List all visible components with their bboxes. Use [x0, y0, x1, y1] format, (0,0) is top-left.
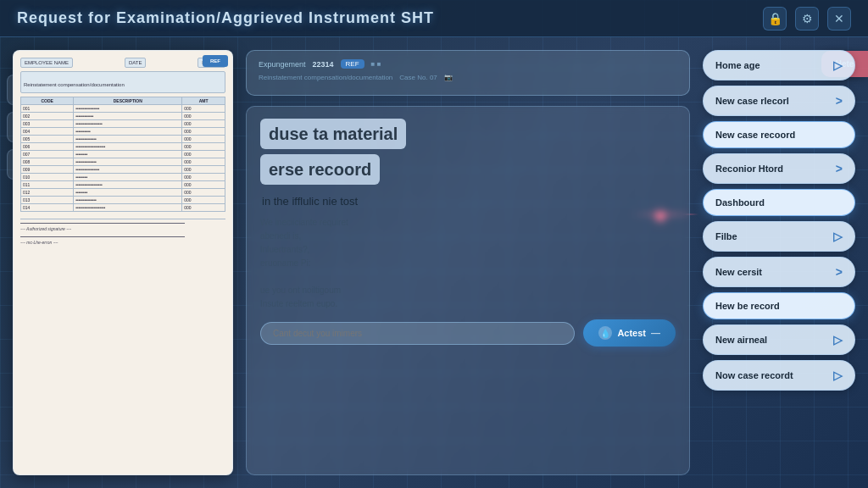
nav-item-label-4: Dashbourd — [715, 197, 765, 208]
table-row: 012 •••••••• 000 — [21, 189, 225, 197]
table-row: 013 •••••••••••••• 000 — [21, 197, 225, 204]
nav-item-label-1: New case rlecorl — [715, 96, 789, 106]
page-title: Request for Examination/Aggrieved Instru… — [17, 9, 434, 27]
nav-item-6[interactable]: New cersit> — [703, 257, 855, 287]
nav-item-9[interactable]: Now case recordt▷ — [703, 360, 855, 391]
signature-line-1 — [20, 223, 185, 224]
signature-text-2: ~~ mc-Lhe-erron ~~ — [20, 240, 225, 245]
main-content: REF EMPLOYEE NAME DATE REF NO Reinstatem… — [0, 37, 868, 488]
content-card: duse ta material erse recoord in the iff… — [246, 106, 690, 475]
form-value-1: 22314 — [313, 60, 334, 69]
nav-panel: Home age▷New case rlecorl>New case recoo… — [703, 50, 855, 475]
nav-item-arrow-5: ▷ — [833, 230, 843, 243]
content-body-2: ue you ont noiltigoum Insute reeltem eup… — [260, 284, 676, 311]
nav-item-arrow-1: > — [836, 94, 843, 108]
submit-arrow: — — [651, 328, 660, 338]
form-card-row-2: Reinstatement compensation/documentation… — [259, 74, 677, 81]
nav-item-label-7: Hew be record — [715, 301, 780, 311]
nav-item-0[interactable]: Home age▷ — [703, 50, 855, 80]
nav-item-7[interactable]: Hew be record — [703, 292, 855, 319]
doc-table-header-code: CODE — [21, 97, 74, 105]
table-row: 001 •••••••••••••••• 000 — [21, 105, 225, 113]
table-row: 009 •••••••••••••••• 000 — [21, 166, 225, 174]
content-main-title: duse ta material — [260, 119, 406, 149]
table-row: 004 •••••••••• 000 — [21, 128, 225, 136]
action-row: 💧 Actest — — [260, 319, 676, 347]
nav-item-label-5: Filbe — [715, 231, 737, 241]
document-signature-area: ~~ Authorized signature ~~ ~~ mc-Lhe-err… — [20, 219, 225, 245]
doc-sub-header-text: Reinstatement compensation/documentation — [24, 82, 125, 87]
nav-item-3[interactable]: Reconior Htord> — [703, 153, 855, 184]
document-panel: REF EMPLOYEE NAME DATE REF NO Reinstatem… — [13, 50, 233, 475]
nav-item-2[interactable]: New case recoord — [703, 121, 855, 148]
doc-header-cell-1: EMPLOYEE NAME — [20, 58, 73, 68]
document-table: CODE DESCRIPTION AMT 001 •••••••••••••••… — [20, 97, 225, 212]
center-panel: Expungement 22314 REF ■ ■ Reinstatement … — [246, 50, 690, 475]
form-label-1: Expungement — [259, 60, 306, 69]
form-sub-value: ■ ■ — [371, 60, 381, 68]
content-subtitle: in the ifflulic nie tost — [260, 195, 676, 208]
content-main-title-2: erse recoord — [260, 154, 380, 185]
document-stamp: REF — [203, 55, 228, 67]
form-sub-label: Reinstatement compensation/documentation — [259, 74, 392, 81]
nav-item-arrow-3: > — [836, 162, 843, 175]
nav-item-arrow-0: ▷ — [833, 58, 843, 72]
nav-item-label-8: New airneal — [715, 335, 767, 345]
form-card-row-1: Expungement 22314 REF ■ ■ — [259, 59, 677, 69]
nav-item-arrow-9: ▷ — [833, 369, 843, 382]
settings-icon-button[interactable]: ⚙ — [795, 7, 819, 30]
table-row: 002 •••••••••••• 000 — [21, 113, 225, 120]
nav-item-8[interactable]: New airneal▷ — [703, 324, 855, 355]
form-camera-icon: 📷 — [444, 74, 453, 81]
table-row: 006 •••••••••••••••••••• 000 — [21, 143, 225, 151]
close-icon-button[interactable]: ✕ — [827, 7, 851, 30]
signature-text-1: ~~ Authorized signature ~~ — [20, 226, 225, 231]
content-body-1: We ineciiciante requiret abenedi is, Inl… — [260, 216, 676, 270]
nav-item-4[interactable]: Dashbourd — [703, 189, 855, 216]
table-row: 008 •••••••••••••• 000 — [21, 158, 225, 166]
doc-table-header-amount: AMT — [182, 97, 225, 105]
nav-item-label-9: Now case recordt — [715, 370, 793, 380]
table-row: 005 •••••••••••••• 000 — [21, 136, 225, 143]
form-ref-tag: REF — [341, 59, 364, 69]
doc-header-row: EMPLOYEE NAME DATE REF NO — [20, 58, 225, 68]
submit-button[interactable]: 💧 Actest — — [583, 319, 676, 347]
signature-line-2 — [20, 236, 185, 237]
nav-item-arrow-8: ▷ — [833, 333, 843, 347]
table-row: 011 •••••••••••••••••• 000 — [21, 181, 225, 189]
nav-item-label-2: New case recoord — [715, 130, 795, 140]
table-row: 014 •••••••••••••••••••• 000 — [21, 204, 225, 212]
nav-item-label-0: Home age — [715, 60, 760, 70]
submit-label: Actest — [617, 328, 646, 338]
doc-sub-header: Reinstatement compensation/documentation — [20, 71, 225, 93]
nav-item-label-3: Reconior Htord — [715, 164, 783, 174]
table-row: 007 •••••••• 000 — [21, 151, 225, 158]
action-input[interactable] — [260, 322, 575, 345]
nav-item-label-6: New cersit — [715, 267, 762, 277]
nav-item-1[interactable]: New case rlecorl> — [703, 86, 855, 116]
table-row: 010 •••••••• 000 — [21, 174, 225, 181]
nav-item-5[interactable]: Filbe▷ — [703, 221, 855, 252]
header-bar: Request for Examination/Aggrieved Instru… — [0, 0, 868, 37]
header-icons: 🔒 ⚙ ✕ — [763, 7, 851, 30]
nav-item-arrow-6: > — [836, 265, 843, 279]
top-form-card: Expungement 22314 REF ■ ■ Reinstatement … — [246, 50, 690, 96]
doc-table-header-desc: DESCRIPTION — [74, 97, 182, 105]
lock-icon-button[interactable]: 🔒 — [763, 7, 787, 30]
document-inner: REF EMPLOYEE NAME DATE REF NO Reinstatem… — [14, 51, 232, 474]
form-case-no: Case No. 07 — [399, 74, 437, 81]
table-row: 003 •••••••••••••••••• 000 — [21, 120, 225, 128]
submit-icon: 💧 — [598, 326, 612, 340]
doc-header-cell-2: DATE — [125, 58, 147, 68]
